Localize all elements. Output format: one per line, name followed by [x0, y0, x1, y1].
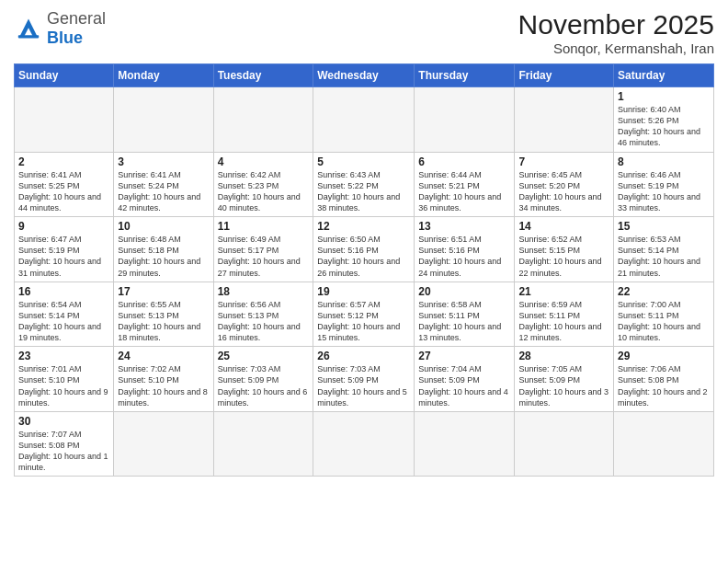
day-number: 6: [418, 155, 510, 168]
day-number: 10: [118, 220, 209, 233]
calendar-cell: 27Sunrise: 7:04 AMSunset: 5:09 PMDayligh…: [415, 347, 515, 412]
day-number: 8: [618, 155, 710, 168]
day-info: Sunrise: 6:59 AMSunset: 5:11 PMDaylight:…: [518, 299, 609, 344]
calendar-cell: 3Sunrise: 6:41 AMSunset: 5:24 PMDaylight…: [114, 152, 213, 217]
weekday-header-monday: Monday: [114, 64, 213, 87]
day-info: Sunrise: 6:49 AMSunset: 5:17 PMDaylight:…: [218, 234, 310, 279]
day-info: Sunrise: 7:06 AMSunset: 5:08 PMDaylight:…: [618, 363, 710, 408]
day-number: 5: [317, 155, 410, 168]
day-info: Sunrise: 6:57 AMSunset: 5:12 PMDaylight:…: [317, 299, 410, 344]
calendar-cell: 4Sunrise: 6:42 AMSunset: 5:23 PMDaylight…: [213, 152, 313, 217]
calendar-cell: 23Sunrise: 7:01 AMSunset: 5:10 PMDayligh…: [15, 347, 114, 412]
day-info: Sunrise: 7:03 AMSunset: 5:09 PMDaylight:…: [317, 363, 410, 408]
title-block: November 2025 Sonqor, Kermanshah, Iran: [518, 9, 714, 56]
calendar-cell: 16Sunrise: 6:54 AMSunset: 5:14 PMDayligh…: [15, 282, 114, 347]
day-number: 25: [218, 350, 310, 362]
page: General Blue November 2025 Sonqor, Kerma…: [0, 0, 728, 486]
weekday-header-friday: Friday: [515, 64, 614, 87]
calendar-cell: 14Sunrise: 6:52 AMSunset: 5:15 PMDayligh…: [515, 217, 614, 282]
calendar-cell: [614, 411, 714, 477]
day-number: 30: [18, 415, 109, 428]
day-info: Sunrise: 6:55 AMSunset: 5:13 PMDaylight:…: [118, 299, 209, 344]
calendar-subtitle: Sonqor, Kermanshah, Iran: [518, 40, 714, 56]
day-info: Sunrise: 6:56 AMSunset: 5:13 PMDaylight:…: [218, 299, 310, 344]
day-info: Sunrise: 7:02 AMSunset: 5:10 PMDaylight:…: [118, 363, 209, 408]
day-info: Sunrise: 6:45 AMSunset: 5:20 PMDaylight:…: [518, 169, 609, 214]
day-number: 3: [118, 155, 209, 168]
calendar-cell: 12Sunrise: 6:50 AMSunset: 5:16 PMDayligh…: [313, 217, 415, 282]
calendar-cell: [213, 411, 313, 477]
day-info: Sunrise: 6:51 AMSunset: 5:16 PMDaylight:…: [418, 234, 510, 279]
weekday-header-thursday: Thursday: [415, 64, 515, 87]
calendar-cell: 18Sunrise: 6:56 AMSunset: 5:13 PMDayligh…: [213, 282, 313, 347]
day-info: Sunrise: 7:04 AMSunset: 5:09 PMDaylight:…: [418, 363, 510, 408]
day-info: Sunrise: 6:42 AMSunset: 5:23 PMDaylight:…: [218, 169, 310, 214]
day-info: Sunrise: 6:41 AMSunset: 5:25 PMDaylight:…: [18, 169, 109, 214]
day-info: Sunrise: 7:07 AMSunset: 5:08 PMDaylight:…: [18, 429, 109, 474]
calendar-cell: 26Sunrise: 7:03 AMSunset: 5:09 PMDayligh…: [313, 347, 415, 412]
calendar-title: November 2025: [518, 9, 714, 40]
day-number: 7: [518, 155, 609, 168]
calendar-week-0: 1Sunrise: 6:40 AMSunset: 5:26 PMDaylight…: [15, 87, 714, 153]
day-info: Sunrise: 7:00 AMSunset: 5:11 PMDaylight:…: [618, 299, 710, 344]
calendar-cell: [114, 411, 213, 477]
calendar-cell: 17Sunrise: 6:55 AMSunset: 5:13 PMDayligh…: [114, 282, 213, 347]
day-info: Sunrise: 6:40 AMSunset: 5:26 PMDaylight:…: [618, 104, 710, 149]
calendar-cell: 2Sunrise: 6:41 AMSunset: 5:25 PMDaylight…: [15, 152, 114, 217]
day-number: 19: [317, 285, 410, 298]
day-number: 24: [118, 350, 209, 362]
calendar-cell: 8Sunrise: 6:46 AMSunset: 5:19 PMDaylight…: [614, 152, 714, 217]
day-info: Sunrise: 7:03 AMSunset: 5:09 PMDaylight:…: [218, 363, 310, 408]
day-number: 1: [618, 90, 710, 103]
calendar-cell: 9Sunrise: 6:47 AMSunset: 5:19 PMDaylight…: [15, 217, 114, 282]
calendar-week-4: 23Sunrise: 7:01 AMSunset: 5:10 PMDayligh…: [15, 347, 714, 412]
logo: General Blue: [14, 9, 106, 48]
header: General Blue November 2025 Sonqor, Kerma…: [14, 9, 714, 56]
day-info: Sunrise: 6:43 AMSunset: 5:22 PMDaylight:…: [317, 169, 410, 214]
calendar-cell: [515, 411, 614, 477]
day-number: 4: [218, 155, 310, 168]
calendar-cell: 1Sunrise: 6:40 AMSunset: 5:26 PMDaylight…: [614, 87, 714, 153]
day-info: Sunrise: 6:53 AMSunset: 5:14 PMDaylight:…: [618, 234, 710, 279]
calendar-cell: 21Sunrise: 6:59 AMSunset: 5:11 PMDayligh…: [515, 282, 614, 347]
day-info: Sunrise: 6:46 AMSunset: 5:19 PMDaylight:…: [618, 169, 710, 214]
weekday-header-sunday: Sunday: [15, 64, 114, 87]
day-info: Sunrise: 7:01 AMSunset: 5:10 PMDaylight:…: [18, 363, 109, 408]
logo-text: General Blue: [47, 9, 106, 48]
weekday-header-tuesday: Tuesday: [213, 64, 313, 87]
calendar-week-3: 16Sunrise: 6:54 AMSunset: 5:14 PMDayligh…: [15, 282, 714, 347]
day-info: Sunrise: 6:54 AMSunset: 5:14 PMDaylight:…: [18, 299, 109, 344]
calendar-cell: [313, 87, 415, 153]
day-number: 17: [118, 285, 209, 298]
calendar-cell: [313, 411, 415, 477]
day-number: 18: [218, 285, 310, 298]
day-info: Sunrise: 6:52 AMSunset: 5:15 PMDaylight:…: [518, 234, 609, 279]
day-number: 16: [18, 285, 109, 298]
day-number: 26: [317, 350, 410, 362]
calendar-cell: 6Sunrise: 6:44 AMSunset: 5:21 PMDaylight…: [415, 152, 515, 217]
calendar-cell: 19Sunrise: 6:57 AMSunset: 5:12 PMDayligh…: [313, 282, 415, 347]
day-number: 27: [418, 350, 510, 362]
day-number: 29: [618, 350, 710, 362]
day-info: Sunrise: 6:58 AMSunset: 5:11 PMDaylight:…: [418, 299, 510, 344]
day-number: 20: [418, 285, 510, 298]
calendar-cell: 24Sunrise: 7:02 AMSunset: 5:10 PMDayligh…: [114, 347, 213, 412]
calendar-cell: 7Sunrise: 6:45 AMSunset: 5:20 PMDaylight…: [515, 152, 614, 217]
weekday-header-row: SundayMondayTuesdayWednesdayThursdayFrid…: [15, 64, 714, 87]
weekday-header-wednesday: Wednesday: [313, 64, 415, 87]
calendar-cell: [415, 87, 515, 153]
calendar-cell: 11Sunrise: 6:49 AMSunset: 5:17 PMDayligh…: [213, 217, 313, 282]
day-number: 2: [18, 155, 109, 168]
calendar-cell: 15Sunrise: 6:53 AMSunset: 5:14 PMDayligh…: [614, 217, 714, 282]
day-number: 23: [18, 350, 109, 362]
calendar-cell: 10Sunrise: 6:48 AMSunset: 5:18 PMDayligh…: [114, 217, 213, 282]
calendar-cell: [15, 87, 114, 153]
day-number: 12: [317, 220, 410, 233]
svg-rect-2: [18, 35, 39, 38]
day-info: Sunrise: 7:05 AMSunset: 5:09 PMDaylight:…: [518, 363, 609, 408]
calendar-cell: 30Sunrise: 7:07 AMSunset: 5:08 PMDayligh…: [15, 411, 114, 477]
day-number: 15: [618, 220, 710, 233]
calendar-cell: 5Sunrise: 6:43 AMSunset: 5:22 PMDaylight…: [313, 152, 415, 217]
day-number: 13: [418, 220, 510, 233]
day-info: Sunrise: 6:50 AMSunset: 5:16 PMDaylight:…: [317, 234, 410, 279]
